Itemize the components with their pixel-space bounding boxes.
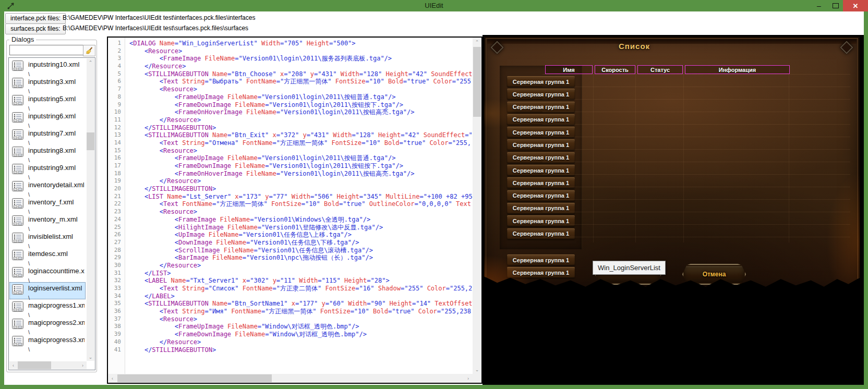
preview-dialog-title: Список (582, 42, 686, 51)
file-item-name: itemdesc.xml (28, 250, 68, 258)
file-item-name: loginaccounttime.xml (28, 267, 85, 275)
file-list-item[interactable]: loginserverlist.xml \ (9, 282, 86, 299)
code-line: <Resource> (129, 315, 477, 323)
clear-filter-button[interactable] (83, 45, 95, 56)
file-list-vscroll-thumb[interactable] (87, 132, 94, 150)
server-table-grid (542, 74, 850, 242)
code-line: <FrameImage FileName="Version01\login\20… (129, 55, 477, 63)
dialog-file-icon (11, 60, 25, 71)
server-group-button[interactable]: Серверная группа 1 (507, 254, 575, 265)
file-list-item[interactable]: magicprogress3.xml \ (9, 334, 86, 351)
close-button[interactable]: ✕ (843, 0, 868, 11)
line-number: 12 (108, 124, 125, 132)
line-number: 19 (108, 177, 125, 185)
file-list-item[interactable]: inventorydetail.xml \ (9, 179, 86, 196)
file-list-item[interactable]: inputstring10.xml \ (9, 58, 86, 76)
file-list-hscroll-thumb[interactable] (18, 361, 51, 369)
editor-vertical-scrollbar[interactable]: ⌃ ⌄ (473, 38, 481, 374)
scroll-right-arrow[interactable]: › (464, 374, 473, 383)
line-number: 8 (108, 93, 125, 101)
file-list-item[interactable]: magicprogress1.xml \ (9, 299, 86, 317)
line-number: 41 (108, 346, 125, 354)
grid-column-line (789, 74, 789, 242)
preview-dialog-win-loginserverlist[interactable]: Список Серверная группа 1Серверная групп… (484, 37, 860, 293)
line-number: 14 (108, 139, 125, 147)
file-list-horizontal-scrollbar[interactable]: ‹ › (9, 361, 87, 369)
dialogs-search-input[interactable] (9, 45, 85, 55)
interface-pck-label-button[interactable]: interface.pck files: (5, 13, 66, 24)
code-line: <HilightImage FileName="Version01\登陆修改\选… (129, 224, 477, 232)
file-item-name: magicprogress2.xml (28, 319, 85, 326)
editor-surface[interactable]: 1234567891011121314151617181920212223242… (108, 38, 481, 383)
line-number: 34 (108, 293, 125, 300)
file-list-item[interactable]: inputstring3.xml \ (9, 76, 86, 93)
editor-code[interactable]: <DIALOG Name="Win_LoginServerList" Width… (125, 38, 477, 376)
code-line: <Text String="Отмена" FontName="方正细黑一简体"… (129, 139, 477, 147)
editor-hscroll-thumb[interactable] (117, 374, 272, 382)
interface-pck-path-field[interactable]: B:\GAMEDEV\PW Interfaces\UIEdit test\int… (63, 13, 255, 23)
window-title: UIEdit (0, 0, 868, 11)
file-list-item[interactable]: inputstring7.xml \ (9, 127, 86, 144)
code-line: <DIALOG Name="Win_LoginServerList" Width… (129, 40, 477, 47)
file-list-item[interactable]: loginaccounttime.xml \ (9, 265, 86, 282)
scroll-down-arrow[interactable]: ⌄ (87, 353, 94, 361)
file-list-vertical-scrollbar[interactable]: ⌃ ⌄ (87, 58, 94, 361)
xml-code-editor: 1234567891011121314151617181920212223242… (107, 37, 483, 384)
file-item-name: inputstring7.xml (28, 129, 76, 137)
line-number: 38 (108, 323, 125, 331)
server-group-button[interactable]: Серверная группа 1 (507, 267, 575, 278)
file-item-name: invisiblelist.xml (28, 233, 73, 240)
editor-horizontal-scrollbar[interactable]: ‹ › (108, 374, 473, 383)
file-list-item[interactable]: inputstring5.xml \ (9, 93, 86, 110)
column-header-name[interactable]: Имя (545, 65, 593, 74)
code-line: </STILLIMAGEBUTTON> (129, 124, 477, 132)
code-line: </Resource> (129, 177, 477, 185)
file-list-item[interactable]: inventory_m.xml \ (9, 213, 86, 230)
column-header-speed[interactable]: Скорость (595, 65, 635, 74)
minimize-button[interactable]: – (810, 0, 828, 11)
line-number: 22 (108, 200, 125, 208)
scroll-up-arrow[interactable]: ⌃ (87, 58, 94, 66)
code-line: <UpImage FileName="Version01\任务信息\上移.tga… (129, 231, 477, 239)
column-header-status[interactable]: Статус (637, 65, 683, 74)
code-line: <Resource> (129, 147, 477, 155)
code-line: <FrameUpImage FileName="Window\对话框_透明色.b… (129, 323, 477, 331)
file-list-item[interactable]: itemdesc.xml \ (9, 248, 86, 265)
code-line: <FrameUpImage FileName="Version01\login\… (129, 154, 477, 162)
line-number: 15 (108, 147, 125, 155)
code-line: </STILLIMAGEBUTTON> (129, 185, 477, 193)
code-line: <LIST Name="Lst_Server" x="173" y="77" W… (129, 193, 477, 201)
line-number: 35 (108, 300, 125, 308)
file-list-item[interactable]: inputstring8.xml \ (9, 144, 86, 162)
maximize-button[interactable] (828, 0, 843, 11)
scroll-right-arrow[interactable]: › (79, 361, 87, 369)
file-list-item[interactable]: inputstring6.xml \ (9, 110, 86, 127)
scroll-up-arrow[interactable]: ⌃ (473, 38, 481, 46)
scroll-down-arrow[interactable]: ⌄ (473, 365, 481, 374)
dialog-file-icon (11, 301, 25, 312)
close-icon: ✕ (853, 2, 859, 10)
scroll-left-arrow[interactable]: ‹ (108, 374, 117, 383)
file-list-item[interactable]: magicprogress2.xml \ (9, 317, 86, 334)
code-line: <FrameImage FileName="Version01\Windows\… (129, 216, 477, 224)
file-item-name: inventory_m.xml (28, 215, 78, 223)
code-line: <LABEL Name="Txt_Server1" x="302" y="11"… (129, 277, 477, 285)
code-line: <Text String="Список" FontName="方正隶二简体" … (129, 285, 477, 293)
grid-column-line (635, 74, 636, 242)
line-number: 10 (108, 108, 125, 116)
dialog-file-icon (11, 232, 25, 244)
cancel-button[interactable]: Отмена (682, 264, 746, 285)
line-number: 27 (108, 239, 125, 247)
dialogs-file-listbox: inputstring10.xml \ inputstring3.xml \ (8, 57, 95, 370)
column-header-info[interactable]: Информация (685, 65, 790, 74)
file-list-item[interactable]: inputstring9.xml \ (9, 162, 86, 179)
editor-vscroll-thumb[interactable] (473, 47, 481, 117)
scroll-left-arrow[interactable]: ‹ (9, 361, 17, 369)
code-line: <Resource> (129, 208, 477, 216)
surfaces-pck-path-field[interactable]: B:\GAMEDEV\PW Interfaces\UIEdit test\sur… (63, 23, 248, 33)
code-line: <FrameUpImage FileName="Version01\login\… (129, 93, 477, 101)
line-number: 23 (108, 208, 125, 216)
code-line: <FrameDownImage FileName="Version01\logi… (129, 101, 477, 109)
code-line: </Resource> (129, 338, 477, 346)
surfaces-pck-label-button[interactable]: surfaces.pck files: (5, 23, 66, 34)
